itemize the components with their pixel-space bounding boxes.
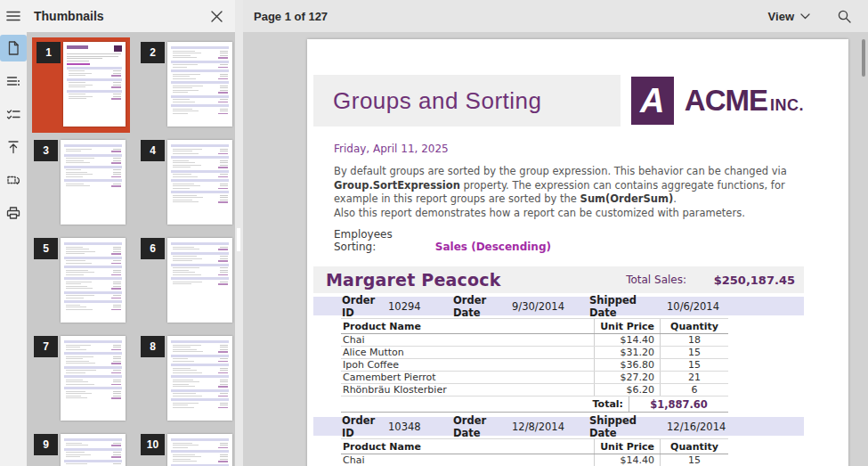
page-number-badge: 4	[141, 140, 165, 161]
logo-mark-icon: A	[631, 77, 674, 125]
parameter-label: Employees Sorting:	[334, 228, 432, 253]
employee-name: Margaret Peacock	[313, 270, 626, 290]
page-number-badge: 7	[34, 336, 58, 357]
export-tool-button[interactable]	[0, 134, 27, 160]
thumbnail-page-1[interactable]: 1	[32, 37, 130, 133]
page-indicator: Page 1 of 127	[254, 10, 761, 23]
thumbnail-page-preview	[167, 238, 232, 323]
view-menu-button[interactable]: View	[761, 4, 817, 29]
order-total-value: $1,887.60	[629, 398, 728, 411]
thumbnail-page-preview	[167, 42, 232, 127]
total-sales-value: $250,187.45	[686, 274, 804, 287]
hamburger-menu-button[interactable]	[0, 3, 27, 29]
thumbnail-page-preview	[167, 336, 232, 421]
close-icon	[210, 10, 223, 23]
page-number-badge: 8	[141, 336, 165, 357]
page-number-badge: 2	[141, 42, 165, 63]
thumbnails-panel: Thumbnails 12345678910	[27, 0, 235, 466]
table-header-row: Product NameUnit PriceQuantity	[341, 438, 728, 454]
thumbnail-page-5[interactable]: 5	[32, 233, 130, 329]
parameters-tool-button[interactable]	[0, 101, 27, 127]
page-number-badge: 1	[37, 42, 61, 63]
total-sales-label: Total Sales:	[626, 274, 686, 286]
order-info-band: Order ID10348Order Date12/8/2014Shipped …	[313, 417, 804, 436]
page-number-badge: 9	[34, 434, 58, 455]
document-viewport[interactable]: Groups and Sorting A ACME INC. Friday, A…	[243, 32, 868, 466]
panel-title: Thumbnails	[34, 9, 205, 23]
thumbnail-page-preview	[61, 238, 126, 323]
checklist-icon	[5, 106, 21, 122]
logo-company-suffix: INC.	[770, 96, 804, 115]
report-title-band: Groups and Sorting	[313, 75, 621, 127]
arrow-up-to-line-icon	[5, 139, 21, 155]
list-icon	[5, 73, 21, 89]
chevron-down-icon	[800, 13, 810, 20]
left-toolbar	[0, 0, 27, 466]
report-viewer-window: Thumbnails 12345678910 Page 1 of 127 Vie…	[0, 0, 868, 466]
hamburger-icon	[5, 8, 21, 24]
thumbnail-page-7[interactable]: 7	[32, 331, 130, 427]
thumbnail-page-10[interactable]: 10	[139, 429, 235, 466]
report-date: Friday, April 11, 2025	[334, 143, 848, 155]
thumbnails-panel-header: Thumbnails	[27, 0, 235, 32]
search-icon	[837, 9, 852, 24]
orders-container: Order ID10294Order Date9/30/2014Shipped …	[307, 297, 848, 466]
refresh-tool-button[interactable]	[0, 167, 27, 193]
vertical-scrollbar[interactable]	[862, 39, 865, 458]
page-number-badge: 10	[141, 434, 165, 455]
report-intro: By default groups are sorted by the grou…	[334, 165, 804, 220]
thumbnail-page-6[interactable]: 6	[139, 233, 235, 329]
close-panel-button[interactable]	[205, 4, 228, 28]
thumbnail-page-4[interactable]: 4	[139, 135, 235, 231]
product-row: Ipoh Coffee$36.8015	[341, 359, 728, 372]
viewer-toolbar: Page 1 of 127 View	[243, 0, 868, 32]
thumbnails-tool-button[interactable]	[0, 35, 27, 61]
thumbnail-grid: 12345678910	[27, 32, 235, 466]
page-number-badge: 3	[34, 140, 58, 161]
thumbnail-page-preview	[61, 140, 126, 225]
order-section: Order ID10294Order Date9/30/2014Shipped …	[307, 297, 848, 413]
thumbnail-page-preview	[61, 434, 126, 466]
order-info-band: Order ID10294Order Date9/30/2014Shipped …	[313, 297, 804, 315]
thumbnail-page-2[interactable]: 2	[139, 37, 235, 133]
products-table: Product NameUnit PriceQuantityChai$14.40…	[341, 438, 728, 466]
product-row: Rhönbräu Klosterbier$6.206	[341, 384, 728, 397]
page-icon	[5, 40, 21, 56]
product-row: Chai$14.4015	[341, 454, 728, 466]
page-number-badge: 5	[34, 238, 58, 259]
order-total-row: Total:$1,887.60	[341, 397, 728, 413]
page-number-badge: 6	[141, 238, 165, 259]
parameter-row: Employees Sorting: Sales (Descending)	[334, 228, 848, 253]
thumbnail-page-preview	[167, 140, 232, 225]
bookmarks-tool-button[interactable]	[0, 68, 27, 94]
product-row: Chai$14.4018	[341, 334, 728, 347]
thumbnail-page-preview	[167, 434, 232, 466]
thumbnail-page-preview	[63, 42, 126, 127]
thumbnail-page-9[interactable]: 9	[32, 429, 130, 466]
thumbnail-page-preview	[61, 336, 126, 421]
scrollbar-thumb[interactable]	[862, 39, 865, 77]
thumbnail-page-3[interactable]: 3	[32, 135, 130, 231]
report-page: Groups and Sorting A ACME INC. Friday, A…	[307, 39, 848, 466]
view-menu-label: View	[768, 10, 794, 23]
print-tool-button[interactable]	[0, 200, 27, 226]
printer-icon	[5, 205, 21, 221]
company-logo: A ACME INC.	[621, 75, 804, 127]
parameter-value: Sales (Descending)	[435, 241, 551, 253]
report-header: Groups and Sorting A ACME INC.	[313, 75, 804, 127]
main-area: Page 1 of 127 View Groups and Sorting	[243, 0, 868, 466]
product-row: Alice Mutton$31.2015	[341, 347, 728, 359]
table-header-row: Product NameUnit PriceQuantity	[341, 318, 728, 334]
group-header-band: Margaret Peacock Total Sales: $250,187.4…	[313, 266, 804, 293]
search-button[interactable]	[830, 4, 859, 29]
order-section: Order ID10348Order Date12/8/2014Shipped …	[307, 417, 848, 466]
product-row: Camembert Pierrot$27.2021	[341, 372, 728, 384]
report-title: Groups and Sorting	[313, 87, 541, 115]
logo-company-name: ACME	[685, 84, 767, 118]
thumbnail-page-8[interactable]: 8	[139, 331, 235, 427]
products-table: Product NameUnit PriceQuantityChai$14.40…	[341, 318, 728, 413]
dashed-box-rotate-icon	[5, 172, 21, 188]
panel-splitter[interactable]	[235, 0, 243, 466]
splitter-grip-icon	[237, 228, 240, 251]
